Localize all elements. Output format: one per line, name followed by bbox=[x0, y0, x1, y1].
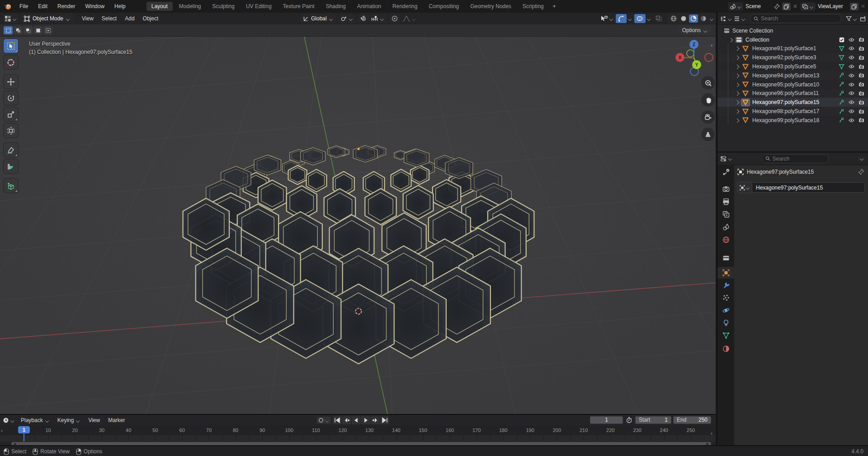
camera-icon[interactable] bbox=[859, 82, 864, 87]
menu-render[interactable]: Render bbox=[54, 2, 79, 10]
hexagon-dome[interactable] bbox=[183, 146, 534, 364]
timeline-menu-playback[interactable]: Playback bbox=[17, 416, 53, 424]
current-frame-field[interactable]: 1 bbox=[590, 416, 623, 424]
camera-icon[interactable] bbox=[859, 100, 864, 105]
tool-scale[interactable] bbox=[4, 107, 18, 121]
select-mode-extend[interactable] bbox=[14, 26, 23, 34]
new-viewlayer-button[interactable] bbox=[850, 3, 859, 10]
camera-icon[interactable] bbox=[859, 55, 864, 60]
tool-select-box[interactable] bbox=[4, 39, 18, 53]
tool-measure[interactable] bbox=[4, 159, 18, 173]
autokey-dropdown[interactable] bbox=[316, 417, 331, 424]
start-frame-field[interactable]: Start 1 bbox=[635, 416, 671, 424]
expand-arrow-icon[interactable] bbox=[736, 54, 739, 61]
expand-arrow-icon[interactable] bbox=[736, 63, 739, 70]
outliner-item-label[interactable]: Hexagone92:polySurface3 bbox=[752, 54, 816, 61]
properties-tab-output[interactable] bbox=[717, 196, 734, 208]
eye-icon[interactable] bbox=[849, 46, 854, 51]
tab-scripting[interactable]: Scripting bbox=[518, 2, 549, 11]
jump-to-end-button[interactable] bbox=[380, 416, 389, 424]
properties-tab-tool[interactable] bbox=[717, 166, 734, 178]
collection-checkbox[interactable] bbox=[839, 37, 844, 43]
prev-keyframe-button[interactable] bbox=[342, 416, 351, 424]
jump-to-start-button[interactable] bbox=[333, 416, 342, 424]
camera-icon[interactable] bbox=[859, 73, 864, 78]
properties-search-box[interactable]: Search bbox=[762, 154, 829, 163]
camera-icon[interactable] bbox=[859, 37, 864, 42]
proportional-editing-toggle[interactable] bbox=[389, 14, 400, 23]
menu-file[interactable]: File bbox=[16, 2, 32, 10]
shading-rendered-button[interactable] bbox=[699, 14, 708, 23]
outliner-item-label[interactable]: Hexagone91:polySurface1 bbox=[752, 45, 816, 52]
viewport-menu-view[interactable]: View bbox=[78, 14, 97, 23]
outliner-item-label[interactable]: Hexagone94:polySurface13 bbox=[752, 72, 819, 79]
tool-transform[interactable] bbox=[4, 124, 18, 138]
viewlayer-name[interactable]: ViewLayer bbox=[818, 3, 848, 10]
tool-rotate[interactable] bbox=[4, 91, 18, 105]
eye-icon[interactable] bbox=[849, 55, 854, 60]
scene-selector[interactable]: Scene ✕ bbox=[728, 2, 797, 11]
tool-add-cube[interactable] bbox=[4, 179, 18, 193]
outliner-search-box[interactable]: Search bbox=[750, 14, 841, 23]
timeline-editor-type-button[interactable] bbox=[3, 417, 14, 423]
timeline-menu-keying[interactable]: Keying bbox=[54, 416, 84, 424]
outliner-item[interactable]: Hexagone96:polySurface11 bbox=[717, 89, 868, 98]
perspective-toggle-button[interactable] bbox=[701, 128, 715, 141]
show-gizmos-toggle[interactable] bbox=[616, 14, 627, 23]
viewport-menu-select[interactable]: Select bbox=[98, 14, 120, 23]
expand-arrow-icon[interactable] bbox=[736, 72, 739, 79]
camera-icon[interactable] bbox=[859, 64, 864, 69]
expand-arrow-icon[interactable] bbox=[736, 117, 739, 124]
scene-name[interactable]: Scene bbox=[745, 3, 772, 10]
preview-range-toggle[interactable] bbox=[626, 417, 632, 423]
add-workspace-button[interactable]: + bbox=[550, 2, 559, 11]
xray-toggle[interactable] bbox=[653, 14, 665, 23]
outliner-item[interactable]: Hexagone93:polySurface5 bbox=[717, 62, 868, 71]
current-frame-badge[interactable]: 1 bbox=[18, 426, 30, 433]
camera-view-button[interactable] bbox=[701, 110, 715, 124]
eye-icon[interactable] bbox=[849, 91, 854, 95]
tab-texture-paint[interactable]: Texture Paint bbox=[278, 2, 320, 11]
collection-label[interactable]: Collection bbox=[745, 37, 769, 43]
mode-selector[interactable]: Object Mode bbox=[20, 14, 74, 23]
tab-compositing[interactable]: Compositing bbox=[424, 2, 464, 11]
select-mode-set[interactable] bbox=[4, 26, 13, 34]
properties-tab-object-data[interactable] bbox=[717, 330, 734, 342]
properties-tab-constraints[interactable] bbox=[717, 317, 734, 329]
new-collection-button[interactable] bbox=[860, 16, 866, 22]
eye-icon[interactable] bbox=[849, 64, 854, 69]
sidebar-collapse-arrow[interactable]: ‹ bbox=[711, 42, 712, 48]
tab-animation[interactable]: Animation bbox=[352, 2, 386, 11]
options-dropdown[interactable]: Options bbox=[679, 26, 711, 35]
play-reverse-button[interactable] bbox=[352, 416, 361, 424]
properties-tab-render[interactable] bbox=[717, 183, 734, 195]
outliner-item-label[interactable]: Hexagone97:polySurface15 bbox=[752, 99, 819, 105]
scene-canvas[interactable] bbox=[0, 24, 716, 414]
properties-tab-world[interactable] bbox=[717, 234, 734, 246]
scene-icon[interactable] bbox=[728, 2, 743, 11]
play-button[interactable] bbox=[361, 416, 370, 424]
transform-orientation-dropdown[interactable]: Global bbox=[300, 14, 336, 23]
outliner-scene-collection[interactable]: Scene Collection bbox=[717, 26, 868, 35]
pin-icon[interactable] bbox=[774, 4, 780, 10]
tab-sculpting[interactable]: Sculpting bbox=[208, 2, 240, 11]
eye-icon[interactable] bbox=[849, 82, 854, 87]
gizmo-neg-y[interactable] bbox=[687, 50, 694, 57]
properties-tab-physics[interactable] bbox=[717, 304, 734, 316]
select-mode-intersect[interactable] bbox=[43, 26, 52, 34]
viewport-menu-add[interactable]: Add bbox=[121, 14, 138, 23]
object-name-input[interactable] bbox=[752, 182, 865, 193]
overlays-settings-dropdown[interactable] bbox=[646, 15, 652, 22]
shading-dropdown[interactable] bbox=[709, 17, 715, 21]
timeline-track[interactable] bbox=[0, 435, 716, 441]
object-visibility-dropdown[interactable] bbox=[599, 14, 614, 23]
svg-text:Z[interactable]: Z bbox=[693, 42, 695, 47]
tab-shading[interactable]: Shading bbox=[321, 2, 351, 11]
properties-tab-object[interactable] bbox=[717, 267, 734, 279]
blender-logo[interactable] bbox=[4, 3, 11, 10]
eye-icon[interactable] bbox=[849, 118, 854, 123]
snap-toggle[interactable] bbox=[358, 14, 368, 23]
camera-icon[interactable] bbox=[859, 109, 864, 114]
properties-editor-type-button[interactable] bbox=[720, 156, 732, 162]
eye-icon[interactable] bbox=[849, 109, 854, 114]
